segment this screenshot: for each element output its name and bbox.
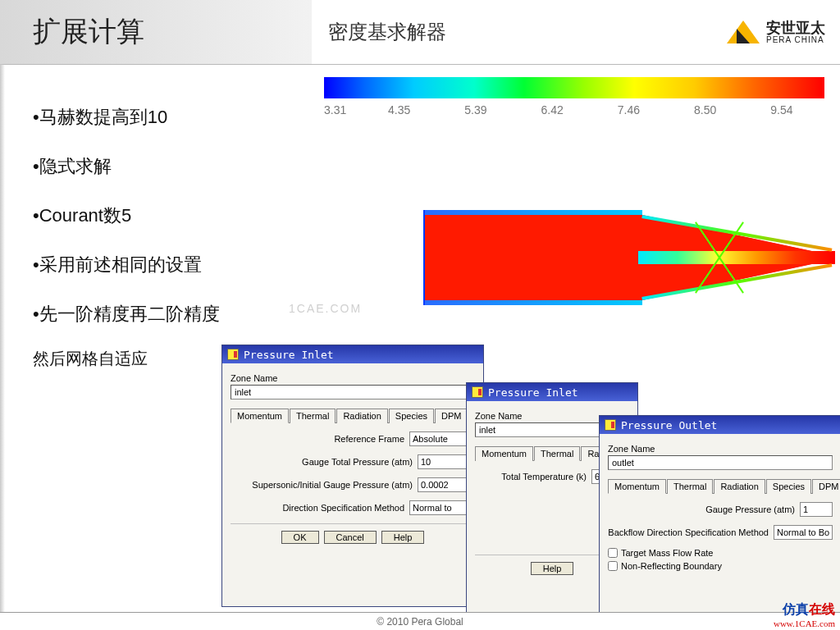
direction-select[interactable] bbox=[409, 500, 475, 515]
page-subtitle: 密度基求解器 bbox=[328, 19, 446, 45]
pressure-outlet-dialog: Pressure Outlet Zone Name Momentum Therm… bbox=[599, 415, 840, 628]
zone-name-input[interactable] bbox=[608, 455, 833, 470]
footer: © 2010 Pera Global bbox=[0, 612, 840, 630]
shear-top bbox=[425, 210, 642, 215]
help-button[interactable]: Help bbox=[531, 562, 574, 575]
ref-frame-select[interactable] bbox=[409, 431, 475, 446]
dialog-title: Pressure Inlet bbox=[488, 386, 578, 399]
pressure-inlet-dialog: Pressure Inlet Zone Name Momentum Therma… bbox=[221, 345, 484, 607]
direction-label: Direction Specification Method bbox=[282, 503, 404, 513]
gauge-pressure-label: Gauge Pressure (atm) bbox=[705, 504, 795, 514]
zone-name-label: Zone Name bbox=[231, 373, 475, 383]
backflow-dir-label: Backflow Direction Specification Method bbox=[608, 527, 769, 537]
brand-name-en: PERA CHINA bbox=[766, 35, 825, 44]
zone-name-input[interactable] bbox=[231, 385, 475, 399]
ref-frame-label: Reference Frame bbox=[334, 434, 404, 444]
bullet-item: •先一阶精度再二阶精度 bbox=[33, 302, 295, 326]
tab-dpm[interactable]: DPM bbox=[435, 409, 468, 423]
divider bbox=[0, 64, 840, 65]
dialog-title: Pressure Inlet bbox=[244, 349, 334, 361]
gauge-total-label: Gauge Total Pressure (atm) bbox=[302, 457, 413, 467]
cancel-button[interactable]: Cancel bbox=[324, 531, 377, 544]
brand-word: 仿真 bbox=[783, 602, 809, 616]
dialog-title: Pressure Outlet bbox=[621, 419, 717, 431]
title-box: 扩展计算 bbox=[0, 0, 312, 64]
logo-triangle-icon bbox=[727, 21, 760, 43]
bullet-item: •隐式求解 bbox=[33, 154, 295, 179]
colorbar-ticks: 3.31 4.35 5.39 6.42 7.46 8.50 9.54 10.23 bbox=[324, 103, 831, 116]
brand-name-cn: 安世亚太 bbox=[766, 21, 825, 35]
shear-bottom bbox=[425, 300, 642, 305]
header: 扩展计算 密度基求解器 安世亚太 PERA CHINA bbox=[0, 0, 840, 64]
tab-momentum[interactable]: Momentum bbox=[608, 479, 666, 494]
target-mass-label: Target Mass Flow Rate bbox=[621, 548, 713, 558]
ok-button[interactable]: OK bbox=[281, 531, 319, 544]
app-icon bbox=[605, 419, 616, 431]
help-button[interactable]: Help bbox=[381, 531, 425, 544]
downstream-pattern bbox=[638, 251, 835, 264]
tick-label: 3.31 bbox=[324, 103, 332, 116]
app-icon bbox=[472, 386, 483, 398]
tab-momentum[interactable]: Momentum bbox=[475, 446, 533, 461]
brand-url: www.1CAE.com bbox=[774, 619, 835, 628]
tab-radiation[interactable]: Radiation bbox=[336, 409, 387, 423]
dialog-titlebar[interactable]: Pressure Outlet bbox=[600, 416, 840, 434]
zone-name-label: Zone Name bbox=[608, 444, 833, 454]
watermark: 1CAE.COM bbox=[289, 302, 362, 315]
page-title: 扩展计算 bbox=[33, 13, 144, 51]
supersonic-label: Supersonic/Initial Gauge Pressure (atm) bbox=[252, 480, 413, 490]
copyright: © 2010 Pera Global bbox=[377, 616, 463, 628]
tab-species[interactable]: Species bbox=[766, 479, 811, 494]
brand-word: 在线 bbox=[809, 602, 835, 616]
tick-label: 6.42 bbox=[541, 103, 564, 116]
tab-thermal[interactable]: Thermal bbox=[534, 446, 580, 461]
colorbar: 3.31 4.35 5.39 6.42 7.46 8.50 9.54 10.23 bbox=[324, 77, 831, 116]
tab-momentum[interactable]: Momentum bbox=[231, 409, 289, 423]
bullet-item: •Courant数5 bbox=[33, 203, 295, 228]
tick-label: 4.35 bbox=[388, 103, 410, 116]
tab-thermal[interactable]: Thermal bbox=[667, 479, 713, 494]
tabs: Momentum Thermal Radiation Species DPM bbox=[608, 478, 833, 494]
tab-dpm[interactable]: DPM bbox=[812, 479, 840, 494]
target-mass-checkbox[interactable] bbox=[608, 548, 618, 558]
non-reflecting-checkbox[interactable] bbox=[608, 561, 618, 571]
app-icon bbox=[227, 349, 239, 360]
gauge-pressure-input[interactable] bbox=[800, 502, 833, 517]
brand-logo: 安世亚太 PERA CHINA bbox=[727, 21, 825, 44]
tab-radiation[interactable]: Radiation bbox=[714, 479, 765, 494]
dialog-titlebar[interactable]: Pressure Inlet bbox=[467, 383, 637, 401]
tick-label: 7.46 bbox=[618, 103, 640, 116]
non-reflecting-label: Non-Reflecting Boundary bbox=[621, 561, 722, 571]
bullet-item: •马赫数提高到10 bbox=[33, 105, 295, 130]
tick-label: 9.54 bbox=[770, 103, 792, 116]
backflow-dir-select[interactable] bbox=[774, 525, 833, 540]
total-temp-label: Total Temperature (k) bbox=[501, 472, 587, 482]
tab-species[interactable]: Species bbox=[389, 409, 434, 423]
left-shade bbox=[0, 64, 5, 612]
tick-label: 5.39 bbox=[464, 103, 486, 116]
tick-label: 8.50 bbox=[694, 103, 716, 116]
bullet-item: •采用前述相同的设置 bbox=[33, 253, 295, 277]
footer-brand: 仿真在线 www.1CAE.com bbox=[774, 601, 835, 628]
inlet-line bbox=[423, 210, 425, 305]
contour-plot bbox=[326, 146, 835, 341]
colorbar-gradient bbox=[324, 77, 824, 98]
tabs: Momentum Thermal Radiation Species DPM bbox=[231, 408, 475, 423]
dialog-titlebar[interactable]: Pressure Inlet bbox=[222, 345, 483, 363]
tab-thermal[interactable]: Thermal bbox=[290, 409, 336, 423]
